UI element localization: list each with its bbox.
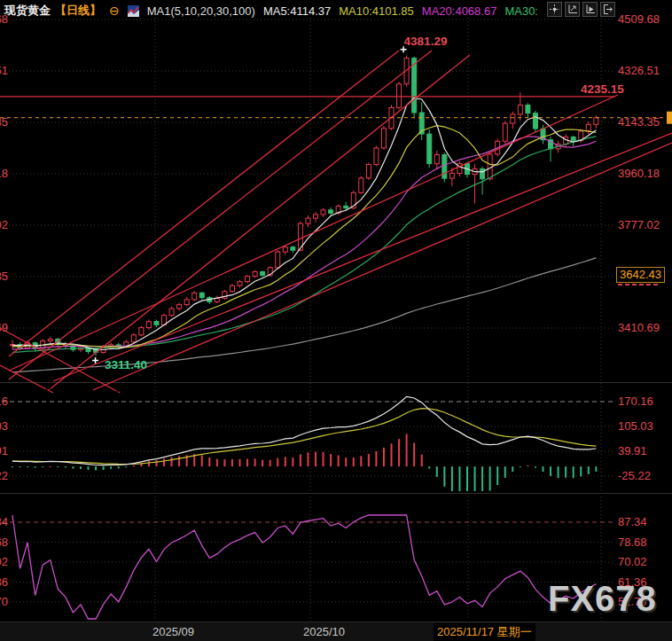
candle-body — [253, 272, 257, 277]
candle-body — [329, 210, 333, 213]
candle-body — [306, 218, 310, 223]
macd-header: MACD(26,12,9) DIFF:35.27 DEA:34.01 MACD:… — [27, 386, 306, 399]
trendlines-layer[interactable] — [0, 51, 672, 393]
axis-play-icon[interactable] — [582, 2, 598, 17]
candle-body — [131, 335, 136, 342]
macd-histogram-bar — [481, 466, 483, 491]
candle-body — [48, 340, 52, 341]
annotations-layer: 4381.293311.404235.15 — [92, 35, 624, 372]
macd-histogram-bar — [398, 439, 400, 466]
candle-body — [374, 148, 379, 165]
macd-histogram-bar — [231, 459, 233, 466]
rsi1-value: RSI1:59.83 — [107, 499, 165, 512]
candle-body — [533, 113, 537, 129]
candle-body — [412, 59, 417, 113]
candle-body — [177, 305, 182, 309]
macd-histogram-bar — [580, 466, 582, 476]
svg-text:170.16: 170.16 — [0, 395, 8, 408]
candle-body — [586, 124, 590, 131]
trend-line — [93, 143, 672, 390]
chart-toolbar — [547, 2, 615, 17]
macd-histogram-bar — [504, 466, 506, 478]
candle-body — [291, 247, 295, 250]
rsi-settings-label[interactable]: RSI(14,14,14) — [27, 499, 98, 512]
candle-body — [481, 168, 485, 178]
candle-body — [366, 165, 371, 178]
ma-lines-layer — [12, 98, 596, 372]
low-annotation: 3311.40 — [105, 358, 147, 371]
svg-text:3410.69: 3410.69 — [618, 321, 660, 334]
resistance-annotation: 4235.15 — [581, 82, 624, 96]
candle-body — [397, 84, 402, 108]
ma-settings-label[interactable]: MA1(5,10,20,30,100) — [147, 4, 255, 18]
macd-histogram-bar — [391, 443, 393, 466]
candle-body — [434, 155, 439, 164]
macd-histogram-bar — [201, 455, 203, 466]
svg-text:3960.18: 3960.18 — [0, 167, 8, 180]
candle-body — [518, 105, 522, 113]
macd-histogram-bar — [163, 458, 165, 466]
trend-line — [0, 328, 120, 393]
candle-body — [594, 118, 598, 125]
candle-body — [154, 322, 159, 325]
x-label-october: 2025/10 — [303, 625, 345, 638]
candle-body — [169, 309, 174, 316]
candle-body — [276, 252, 280, 268]
svg-text:52.70: 52.70 — [0, 595, 8, 608]
macd-layer — [12, 396, 597, 491]
macd-histogram-bar — [27, 466, 28, 467]
macd-histogram-bar — [50, 466, 51, 467]
axis-scale-icon[interactable] — [565, 2, 580, 17]
macd-histogram-bar — [300, 454, 301, 466]
macd-histogram-bar — [262, 460, 263, 466]
candle-body — [238, 282, 242, 285]
macd-histogram-bar — [443, 466, 445, 487]
macd-histogram-bar — [42, 466, 43, 467]
macd-histogram-bar — [353, 457, 355, 466]
macd-histogram-bar — [125, 466, 127, 467]
macd-histogram-bar — [72, 466, 74, 468]
macd-histogram-bar — [588, 466, 590, 474]
trend-line — [53, 133, 672, 381]
collapse-indicator-toggle[interactable]: ⊖ — [109, 4, 120, 17]
macd-histogram-bar — [330, 454, 332, 466]
macd-histogram-bar — [338, 455, 340, 466]
macd-histogram-bar — [57, 466, 59, 467]
svg-text:87.34: 87.34 — [618, 515, 647, 528]
candle-body — [359, 178, 363, 192]
axis-labels: 4509.684509.684326.514326.514143.354143.… — [0, 12, 660, 608]
move-icon[interactable] — [547, 2, 562, 17]
macd-histogram-bar — [88, 466, 90, 470]
svg-text:4326.51: 4326.51 — [0, 64, 8, 77]
marked-price-tag[interactable]: 3642.43 — [616, 267, 665, 283]
rsi-header: RSI(14,14,14) RSI1:59.83 RSI2:59.83 RSI3… — [27, 499, 298, 512]
macd-histogram-bar — [133, 465, 135, 466]
candle-body — [381, 129, 386, 148]
macd-histogram-bar — [520, 466, 521, 467]
svg-text:87.34: 87.34 — [0, 515, 8, 528]
svg-text:-25.22: -25.22 — [0, 469, 8, 482]
trend-line — [49, 55, 470, 390]
svg-text:105.03: 105.03 — [0, 419, 8, 433]
macd-histogram-bar — [20, 466, 21, 467]
svg-text:39.91: 39.91 — [618, 444, 647, 457]
candle-body — [526, 105, 530, 113]
svg-text:3777.02: 3777.02 — [618, 218, 660, 231]
rsi2-value: RSI2:59.83 — [174, 499, 231, 512]
chart-canvas[interactable]: 4509.684509.684326.514326.514143.354143.… — [0, 0, 672, 641]
macd-settings-label[interactable]: MACD(26,12,9) — [27, 386, 106, 399]
macd-histogram-bar — [345, 457, 347, 466]
candle-body — [442, 155, 447, 179]
macd-histogram-bar — [155, 460, 157, 466]
candles-layer — [11, 56, 598, 356]
macd-histogram-bar — [208, 457, 210, 466]
macd-histogram-bar — [148, 461, 150, 467]
chart-header: 现货黄金 【日线】 ⊖ MA1(5,10,20,30,100) MA5:4114… — [4, 3, 538, 19]
exit-chart-icon[interactable] — [600, 2, 615, 17]
svg-text:3593.85: 3593.85 — [0, 270, 8, 283]
candle-body — [246, 277, 250, 282]
period-label: 【日线】 — [55, 3, 101, 19]
mini-chart-icon[interactable] — [128, 5, 139, 17]
macd-histogram-bar — [360, 456, 362, 466]
svg-text:4509.68: 4509.68 — [618, 12, 660, 26]
